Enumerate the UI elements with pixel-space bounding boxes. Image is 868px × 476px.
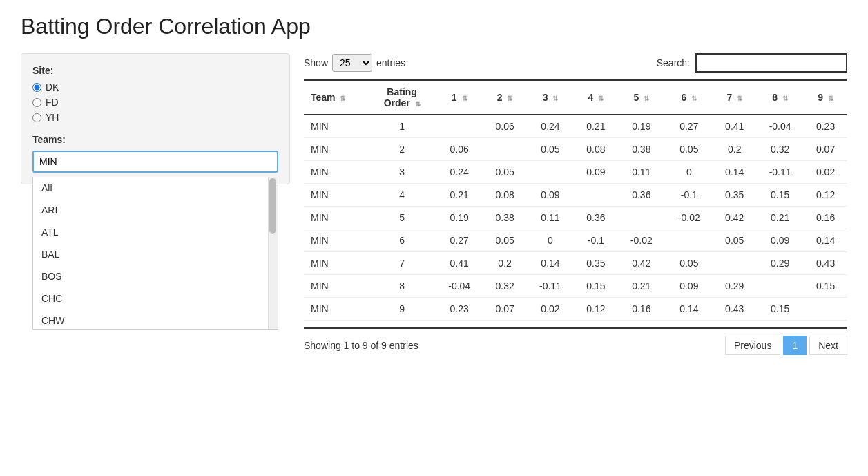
table-cell: 0.21: [617, 275, 665, 298]
search-label: Search:: [657, 57, 690, 68]
table-cell: -0.02: [617, 229, 665, 252]
col-9[interactable]: 9 ⇅: [804, 80, 847, 115]
table-cell: [483, 138, 527, 161]
table-cell: [665, 229, 713, 252]
sort-arrows-1: ⇅: [462, 95, 467, 102]
site-label: Site:: [32, 65, 278, 76]
pagination: Previous 1 Next: [725, 336, 847, 355]
table-cell: 0.02: [526, 298, 574, 321]
table-row: MIN90.230.070.020.120.160.140.430.15: [304, 298, 847, 321]
teams-input[interactable]: [32, 151, 278, 173]
data-table: Team ⇅ BatingOrder ⇅ 1 ⇅ 2 ⇅ 3 ⇅ 4 ⇅ 5 ⇅…: [304, 79, 847, 321]
search-input[interactable]: [695, 53, 847, 73]
col-2[interactable]: 2 ⇅: [483, 80, 527, 115]
table-cell: 0.07: [483, 298, 527, 321]
table-row: MIN60.270.050-0.1-0.020.050.090.14: [304, 229, 847, 252]
col-3[interactable]: 3 ⇅: [526, 80, 574, 115]
table-cell: 0.24: [526, 115, 574, 138]
table-cell: 0.35: [575, 252, 618, 275]
table-row: MIN20.060.050.080.380.050.20.320.07: [304, 138, 847, 161]
table-cell: [617, 207, 665, 229]
radio-label-dk: DK: [46, 82, 59, 93]
radio-dk[interactable]: DK: [32, 82, 278, 93]
table-cell: 0.27: [665, 115, 713, 138]
col-bating-order[interactable]: BatingOrder ⇅: [369, 80, 436, 115]
radio-label-yh: YH: [46, 112, 59, 123]
table-cell: 0.11: [617, 161, 665, 184]
site-radio-group: DK FD YH: [32, 82, 278, 123]
table-cell: 0.09: [526, 184, 574, 207]
table-cell: 0.09: [665, 275, 713, 298]
table-cell: MIN: [304, 184, 369, 207]
table-cell: 4: [369, 184, 436, 207]
dropdown-item-chw[interactable]: CHW: [33, 310, 278, 329]
col-1[interactable]: 1 ⇅: [436, 80, 483, 115]
table-cell: 0.38: [617, 138, 665, 161]
table-cell: MIN: [304, 252, 369, 275]
radio-input-fd[interactable]: [32, 98, 41, 107]
dropdown-item-chc[interactable]: CHC: [33, 287, 278, 310]
table-cell: 0.36: [617, 184, 665, 207]
table-cell: 0.08: [575, 138, 618, 161]
table-cell: 0.16: [804, 207, 847, 229]
table-cell: 0.2: [483, 252, 527, 275]
radio-fd[interactable]: FD: [32, 97, 278, 108]
table-cell: 0.21: [436, 184, 483, 207]
radio-yh[interactable]: YH: [32, 112, 278, 123]
col-6[interactable]: 6 ⇅: [665, 80, 713, 115]
next-button[interactable]: Next: [809, 336, 847, 355]
col-5[interactable]: 5 ⇅: [617, 80, 665, 115]
table-cell: 8: [369, 275, 436, 298]
table-cell: 0.08: [483, 184, 527, 207]
page-1-button[interactable]: 1: [783, 336, 807, 355]
col-7[interactable]: 7 ⇅: [713, 80, 756, 115]
table-header-row: Team ⇅ BatingOrder ⇅ 1 ⇅ 2 ⇅ 3 ⇅ 4 ⇅ 5 ⇅…: [304, 80, 847, 115]
scrollbar-thumb: [269, 178, 276, 234]
radio-input-yh[interactable]: [32, 113, 41, 122]
table-row: MIN40.210.080.090.36-0.10.350.150.12: [304, 184, 847, 207]
table-cell: 0.09: [575, 161, 618, 184]
dropdown-item-all[interactable]: All: [33, 177, 278, 199]
sort-arrows-8: ⇅: [782, 95, 788, 102]
dropdown-item-bos[interactable]: BOS: [33, 265, 278, 287]
table-cell: [756, 275, 804, 298]
table-cell: 0.27: [436, 229, 483, 252]
sort-arrows-3: ⇅: [552, 95, 558, 102]
col-team[interactable]: Team ⇅: [304, 80, 369, 115]
table-cell: 0.15: [575, 275, 618, 298]
dropdown-item-atl[interactable]: ATL: [33, 221, 278, 243]
show-label: Show: [304, 57, 328, 68]
table-cell: 0.02: [804, 161, 847, 184]
table-cell: 0: [526, 229, 574, 252]
radio-input-dk[interactable]: [32, 83, 41, 92]
previous-button[interactable]: Previous: [725, 336, 780, 355]
table-cell: 0.19: [617, 115, 665, 138]
table-cell: 0.24: [436, 161, 483, 184]
sort-arrows-5: ⇅: [644, 95, 649, 102]
table-controls-top: Show 10 25 50 100 entries Search:: [304, 53, 847, 73]
sort-arrows-order: ⇅: [415, 100, 421, 108]
table-cell: 0.14: [526, 252, 574, 275]
table-footer: Showing 1 to 9 of 9 entries Previous 1 N…: [304, 327, 847, 355]
table-cell: 0.12: [575, 298, 618, 321]
dropdown-item-ari[interactable]: ARI: [33, 199, 278, 221]
table-cell: 0.29: [756, 252, 804, 275]
teams-label: Teams:: [32, 134, 278, 145]
dropdown-scroll-area[interactable]: All ARI ATL BAL BOS CHC CHW CIN: [33, 177, 278, 329]
table-cell: 0.41: [713, 115, 756, 138]
dropdown-item-bal[interactable]: BAL: [33, 243, 278, 265]
table-cell: MIN: [304, 161, 369, 184]
table-cell: 6: [369, 229, 436, 252]
table-cell: 5: [369, 207, 436, 229]
col-4[interactable]: 4 ⇅: [575, 80, 618, 115]
entries-select[interactable]: 10 25 50 100: [332, 54, 372, 72]
table-cell: 0.42: [713, 207, 756, 229]
table-cell: 0.06: [483, 115, 527, 138]
table-row: MIN30.240.050.090.1100.14-0.110.02: [304, 161, 847, 184]
table-cell: 0.05: [665, 138, 713, 161]
table-cell: 0.2: [713, 138, 756, 161]
table-cell: 2: [369, 138, 436, 161]
col-8[interactable]: 8 ⇅: [756, 80, 804, 115]
table-cell: MIN: [304, 138, 369, 161]
table-cell: 0.14: [665, 298, 713, 321]
